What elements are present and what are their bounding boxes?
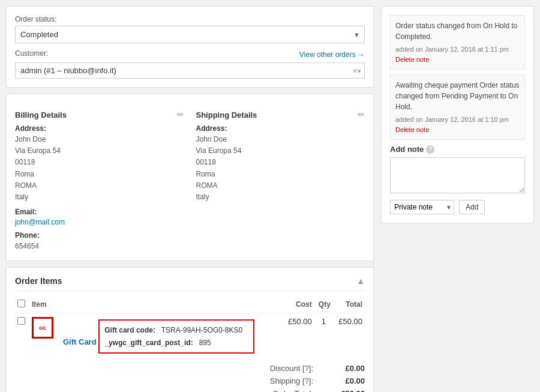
billing-title: Billing Details bbox=[15, 110, 67, 119]
shipping-line-5: ROMA bbox=[196, 180, 365, 191]
note-2-meta: added on January 12, 2016 at 1:10 pm Del… bbox=[395, 115, 520, 134]
billing-line-3: 00118 bbox=[15, 157, 184, 168]
add-note-help-icon[interactable]: ? bbox=[426, 145, 434, 154]
discount-label: Discount [?]: bbox=[235, 364, 313, 373]
billing-line-5: ROMA bbox=[15, 180, 184, 191]
billing-email-link[interactable]: john@mail.com bbox=[15, 218, 65, 226]
item-meta-row-1: Gift card code: TSRA-99AH-5OG0-8KS0 bbox=[104, 324, 248, 336]
note-2-text: Awaiting cheque payment Order status cha… bbox=[395, 80, 520, 112]
note-2-delete-link[interactable]: Delete note bbox=[395, 126, 429, 133]
customer-label: Customer: bbox=[15, 49, 48, 58]
shipping-value: £0.00 bbox=[323, 376, 365, 385]
col-item: Item bbox=[29, 296, 283, 313]
col-cost: Cost bbox=[283, 296, 314, 313]
totals-section: Discount [?]: £0.00 Shipping [?]: £0.00 … bbox=[15, 362, 365, 392]
item-image: GC bbox=[32, 317, 53, 339]
item-meta-row-2: _ywgc_gift_card_post_id: 895 bbox=[104, 337, 248, 349]
shipping-label: Shipping [?]: bbox=[235, 376, 313, 385]
items-table: Item Cost Qty Total GC bbox=[15, 296, 365, 357]
billing-phone: 654654 bbox=[15, 241, 184, 252]
shipping-edit-icon[interactable]: ✏ bbox=[358, 110, 365, 119]
item-name-link[interactable]: Gift Card bbox=[63, 338, 97, 347]
note-2: Awaiting cheque payment Order status cha… bbox=[390, 74, 525, 140]
notes-card: Order status changed from On Hold to Com… bbox=[381, 6, 534, 223]
table-row: GC Gift Card Gift card code: TSRA-99AH-5 bbox=[15, 313, 365, 357]
shipping-section: Shipping Details ✏ Address: John Doe Via… bbox=[196, 110, 365, 252]
order-status-wrapper: Completed ▼ bbox=[15, 26, 365, 43]
billing-line-2: Via Europa 54 bbox=[15, 145, 184, 157]
item-cost: £50.00 bbox=[283, 313, 314, 357]
note-1-text: Order status changed from On Hold to Com… bbox=[395, 20, 520, 42]
shipping-line-6: Italy bbox=[196, 191, 365, 203]
item-meta-box: Gift card code: TSRA-99AH-5OG0-8KS0 _ywg… bbox=[98, 319, 254, 354]
customer-clear-icon[interactable]: ✕▾ bbox=[352, 67, 361, 74]
note-footer: Private note Customer note ▼ Add bbox=[390, 200, 525, 214]
note-1-meta: added on January 12, 2016 at 1:11 pm Del… bbox=[395, 44, 520, 64]
view-orders-link[interactable]: View other orders → bbox=[299, 50, 365, 59]
order-status-select[interactable]: Completed bbox=[15, 26, 365, 43]
shipping-line-4: Roma bbox=[196, 169, 365, 180]
shipping-line-2: Via Europa 54 bbox=[196, 145, 365, 157]
note-type-wrapper: Private note Customer note ▼ bbox=[390, 200, 454, 214]
note-type-select[interactable]: Private note Customer note bbox=[390, 200, 454, 214]
shipping-address-label: Address: bbox=[196, 124, 365, 133]
billing-edit-icon[interactable]: ✏ bbox=[177, 110, 184, 119]
billing-phone-label: Phone: bbox=[15, 231, 184, 240]
billing-shipping-section: Billing Details ✏ Address: John Doe Via … bbox=[15, 110, 365, 252]
note-1-delete-link[interactable]: Delete note bbox=[395, 56, 429, 63]
billing-line-4: Roma bbox=[15, 169, 184, 180]
order-status-label: Order status: bbox=[15, 15, 365, 23]
gift-card-code-label: Gift card code: bbox=[104, 326, 155, 334]
customer-input[interactable] bbox=[15, 62, 365, 79]
item-checkbox[interactable] bbox=[17, 317, 25, 325]
item-image-inner: GC bbox=[34, 319, 52, 337]
collapse-button[interactable]: ▲ bbox=[356, 276, 365, 286]
shipping-title: Shipping Details bbox=[196, 110, 257, 119]
post-id-value: 895 bbox=[199, 339, 211, 347]
add-note-title: Add note ? bbox=[390, 145, 525, 154]
shipping-line-3: 00118 bbox=[196, 157, 365, 168]
select-all-checkbox[interactable] bbox=[17, 300, 25, 307]
note-1: Order status changed from On Hold to Com… bbox=[390, 15, 525, 70]
billing-line-6: Italy bbox=[15, 191, 184, 203]
shipping-line-1: John Doe bbox=[196, 134, 365, 145]
discount-value: £0.00 bbox=[323, 364, 365, 373]
col-checkbox bbox=[15, 296, 29, 313]
billing-email-label: Email: bbox=[15, 208, 184, 216]
item-details: Gift Card Gift card code: TSRA-99AH-5OG0… bbox=[58, 317, 254, 354]
col-qty: Qty bbox=[314, 296, 333, 313]
col-total: Total bbox=[333, 296, 365, 313]
note-textarea[interactable] bbox=[390, 157, 525, 193]
billing-address-label: Address: bbox=[15, 124, 184, 133]
customer-input-wrapper: ✕▾ bbox=[15, 62, 365, 79]
order-total-label: Order Total: bbox=[235, 389, 313, 392]
gift-card-code-value: TSRA-99AH-5OG0-8KS0 bbox=[161, 326, 242, 334]
item-qty: 1 bbox=[314, 313, 333, 357]
order-items-card: Order Items ▲ Item Cost Qty Total bbox=[6, 267, 374, 392]
post-id-label: _ywgc_gift_card_post_id: bbox=[104, 339, 193, 347]
item-total: £50.00 bbox=[333, 313, 365, 357]
billing-line-1: John Doe bbox=[15, 134, 184, 145]
order-total-value: £50.00 bbox=[323, 389, 365, 392]
order-items-title: Order Items bbox=[15, 276, 62, 286]
add-note-button[interactable]: Add bbox=[459, 200, 485, 214]
billing-section: Billing Details ✏ Address: John Doe Via … bbox=[15, 110, 184, 252]
